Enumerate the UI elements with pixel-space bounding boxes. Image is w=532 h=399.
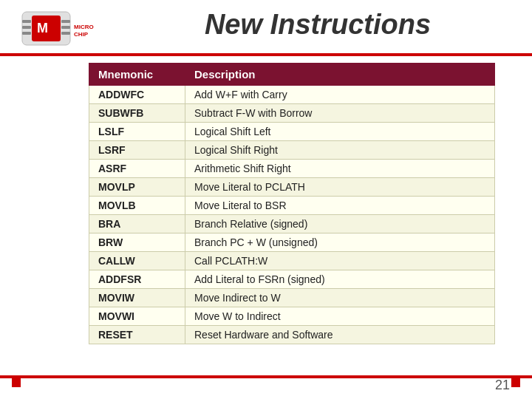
description-cell: Reset Hardware and Software (185, 326, 495, 344)
table-row: LSRFLogical Shift Right (89, 141, 495, 160)
mnemonic-cell: LSLF (89, 123, 185, 141)
description-cell: Add W+F with Carry (185, 86, 495, 104)
table-row: RESETReset Hardware and Software (89, 326, 495, 344)
mnemonic-cell: RESET (89, 326, 185, 344)
description-cell: Move Literal to BSR (185, 197, 495, 215)
description-cell: Branch Relative (signed) (185, 215, 495, 233)
svg-text:M: M (37, 21, 48, 35)
table-row: MOVIWMove Indirect to W (89, 289, 495, 307)
bottom-left-accent (12, 378, 21, 387)
mnemonic-cell: LSRF (89, 141, 185, 160)
svg-text:MICRO: MICRO (74, 24, 94, 30)
description-cell: Logical Shift Left (185, 123, 495, 141)
table-row: SUBWFBSubtract F-W with Borrow (89, 104, 495, 123)
table-header-row: Mnemonic Description (89, 64, 495, 86)
mnemonic-cell: MOVWI (89, 307, 185, 326)
description-cell: Logical Shift Right (185, 141, 495, 160)
table-row: ADDWFCAdd W+F with Carry (89, 86, 495, 104)
mnemonic-cell: ADDFSR (89, 270, 185, 289)
bottom-right-accent (511, 378, 520, 387)
description-cell: Subtract F-W with Borrow (185, 104, 495, 123)
svg-rect-2 (22, 20, 31, 23)
svg-text:CHIP: CHIP (74, 31, 89, 38)
mnemonic-cell: MOVIW (89, 289, 185, 307)
svg-rect-6 (61, 26, 70, 29)
svg-rect-4 (22, 32, 31, 35)
table-row: LSLFLogical Shift Left (89, 123, 495, 141)
svg-rect-5 (61, 20, 70, 23)
table-row: BRWBranch PC + W (unsigned) (89, 233, 495, 252)
description-cell: Move Indirect to W (185, 289, 495, 307)
mnemonic-cell: CALLW (89, 252, 185, 270)
mnemonic-cell: BRW (89, 233, 185, 252)
top-divider (0, 53, 532, 56)
mnemonic-cell: ASRF (89, 160, 185, 178)
instructions-table: Mnemonic Description ADDWFCAdd W+F with … (89, 63, 495, 344)
table-row: ADDFSRAdd Literal to FSRn (signed) (89, 270, 495, 289)
table-row: MOVWIMove W to Indirect (89, 307, 495, 326)
table-row: ASRFArithmetic Shift Right (89, 160, 495, 178)
page-title: New Instructions (118, 9, 517, 41)
col-header-description: Description (185, 64, 495, 86)
mnemonic-cell: ADDWFC (89, 86, 185, 104)
description-cell: Branch PC + W (unsigned) (185, 233, 495, 252)
table-row: MOVLPMove Literal to PCLATH (89, 178, 495, 197)
mnemonic-cell: SUBWFB (89, 104, 185, 123)
svg-rect-7 (61, 32, 70, 35)
page-number: 21 (495, 378, 510, 393)
description-cell: Call PCLATH:W (185, 252, 495, 270)
mnemonic-cell: MOVLP (89, 178, 185, 197)
table-row: BRABranch Relative (signed) (89, 215, 495, 233)
svg-rect-3 (22, 26, 31, 29)
mnemonic-cell: BRA (89, 215, 185, 233)
table-row: CALLWCall PCLATH:W (89, 252, 495, 270)
logo: M MICRO CHIP (15, 6, 103, 50)
description-cell: Move W to Indirect (185, 307, 495, 326)
col-header-mnemonic: Mnemonic (89, 64, 185, 86)
mnemonic-cell: MOVLB (89, 197, 185, 215)
description-cell: Add Literal to FSRn (signed) (185, 270, 495, 289)
description-cell: Arithmetic Shift Right (185, 160, 495, 178)
description-cell: Move Literal to PCLATH (185, 178, 495, 197)
table-row: MOVLBMove Literal to BSR (89, 197, 495, 215)
instructions-table-container: Mnemonic Description ADDWFCAdd W+F with … (89, 63, 495, 362)
bottom-divider (0, 375, 532, 378)
